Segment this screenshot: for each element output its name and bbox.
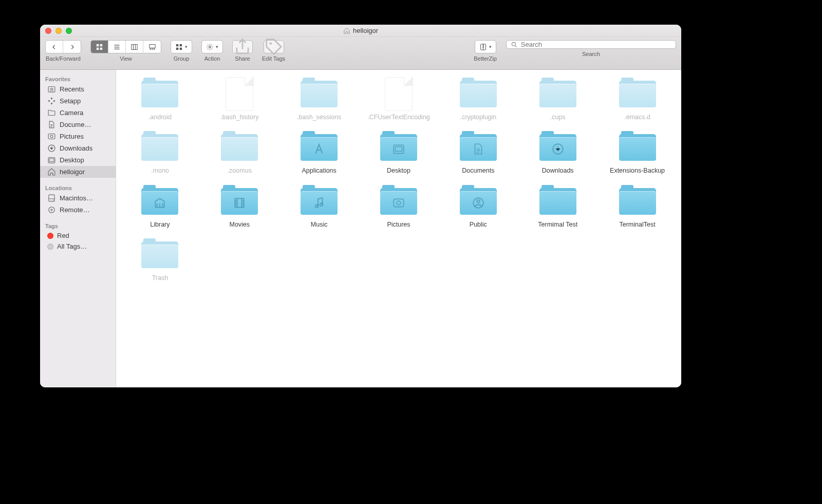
sidebar-location-macintos[interactable]: Macintos… — [40, 192, 116, 204]
disk-icon — [47, 194, 56, 202]
file-icon — [385, 77, 413, 111]
folder-icon — [221, 134, 258, 161]
file-item-label: Downloads — [542, 166, 574, 175]
file-item-label: .emacs.d — [624, 113, 650, 121]
file-item[interactable]: .mono — [121, 132, 199, 175]
file-item[interactable]: Applications — [281, 132, 358, 175]
file-item[interactable]: .zoomus — [201, 132, 278, 175]
file-item[interactable]: Public — [439, 185, 517, 229]
folder-icon — [539, 134, 576, 161]
back-button[interactable] — [46, 41, 63, 53]
file-item-label: .bash_sessions — [297, 113, 341, 121]
file-item-label: Pictures — [387, 220, 410, 229]
group-button[interactable]: ▾ — [171, 41, 192, 53]
file-item[interactable]: .bash_history — [201, 78, 278, 121]
folder-icon — [141, 134, 178, 161]
search-input[interactable] — [521, 41, 671, 48]
sidebar: Favorites RecentsSetappCameraDocume…Pict… — [40, 70, 116, 387]
file-item-label: Public — [470, 220, 487, 229]
file-item-label: .cryptoplugin — [460, 113, 496, 121]
sidebar-favorite-downloads[interactable]: Downloads — [40, 142, 116, 154]
view-columns-button[interactable] — [126, 41, 143, 53]
search-label: Search — [506, 51, 676, 57]
file-item[interactable]: Trash — [121, 239, 199, 282]
file-item[interactable]: Extensions-Backup — [599, 132, 676, 175]
file-item[interactable]: .bash_sessions — [281, 78, 358, 121]
file-item[interactable]: .cryptoplugin — [439, 78, 517, 121]
file-item-label: Trash — [152, 274, 169, 282]
file-item-label: .android — [148, 113, 172, 121]
view-label: View — [120, 55, 132, 62]
gear-icon — [206, 43, 214, 51]
sidebar-tag-red[interactable]: Red — [40, 230, 116, 241]
file-item-label: .CFUserTextEncoding — [367, 113, 430, 121]
finder-window: helloigor Back/Forward View — [40, 25, 681, 387]
folder-icon — [539, 188, 576, 215]
sidebar-favorite-camera[interactable]: Camera — [40, 107, 116, 119]
view-list-button[interactable] — [108, 41, 126, 53]
sidebar-item-label: All Tags… — [57, 242, 87, 250]
sidebar-item-label: Red — [57, 232, 69, 239]
file-item[interactable]: Downloads — [519, 132, 596, 175]
sidebar-location-remote[interactable]: Remote… — [40, 204, 116, 216]
file-item[interactable]: Music — [281, 185, 358, 229]
file-item-label: .mono — [151, 166, 169, 175]
file-item[interactable]: Movies — [201, 185, 278, 229]
folder-icon — [141, 81, 178, 107]
desktop-icon — [47, 156, 56, 164]
view-gallery-button[interactable] — [143, 41, 161, 53]
sidebar-favorite-desktop[interactable]: Desktop — [40, 154, 116, 166]
folder-icon — [301, 134, 338, 161]
view-icons-button[interactable] — [91, 41, 108, 53]
window-body: Favorites RecentsSetappCameraDocume…Pict… — [40, 70, 681, 387]
search-field[interactable] — [506, 40, 676, 49]
file-item[interactable]: Library — [121, 185, 199, 229]
file-item[interactable]: Desktop — [360, 132, 438, 175]
back-forward-label: Back/Forward — [46, 55, 81, 62]
file-item-label: Library — [150, 220, 170, 229]
sidebar-favorite-docume[interactable]: Docume… — [40, 119, 116, 130]
file-item-label: Music — [311, 220, 328, 229]
share-button[interactable] — [232, 40, 253, 53]
file-item[interactable]: Documents — [439, 132, 517, 175]
tag-dot-icon — [47, 233, 53, 239]
toolbar: Back/Forward View ▾ Group — [40, 37, 681, 70]
file-item-label: .bash_history — [220, 113, 258, 121]
folder-icon — [460, 188, 497, 215]
action-group: ▾ Action — [201, 40, 223, 62]
group-label: Group — [174, 55, 190, 62]
file-item[interactable]: .cups — [519, 78, 596, 121]
sidebar-item-label: Downloads — [60, 144, 92, 152]
folder-icon — [141, 188, 178, 215]
sidebar-favorite-recents[interactable]: Recents — [40, 83, 116, 95]
chevron-down-icon: ▾ — [489, 44, 492, 49]
window-title: helloigor — [40, 27, 681, 34]
file-item[interactable]: Termimal Test — [519, 185, 596, 229]
group-group: ▾ Group — [171, 40, 192, 62]
chevron-down-icon: ▾ — [185, 44, 188, 49]
file-item[interactable]: .android — [121, 78, 199, 121]
content-area[interactable]: .android.bash_history.bash_sessions.CFUs… — [116, 70, 681, 387]
sidebar-favorite-setapp[interactable]: Setapp — [40, 95, 116, 107]
columns-icon — [130, 43, 138, 51]
edit-tags-button[interactable] — [264, 40, 284, 53]
list-icon — [113, 43, 121, 51]
sidebar-favorite-helloigor[interactable]: helloigor — [40, 166, 116, 178]
titlebar: helloigor — [40, 25, 681, 37]
sidebar-locations-title: Locations — [40, 183, 116, 192]
back-forward-group: Back/Forward — [45, 40, 81, 62]
file-item[interactable]: TerminalTest — [599, 185, 676, 229]
file-item[interactable]: .CFUserTextEncoding — [360, 78, 438, 121]
sidebar-favorite-pictures[interactable]: Pictures — [40, 130, 116, 142]
action-button[interactable]: ▾ — [202, 41, 222, 53]
betterzip-button[interactable]: ▾ — [475, 41, 496, 53]
file-item[interactable]: .emacs.d — [599, 78, 676, 121]
folder-icon — [619, 188, 656, 215]
forward-button[interactable] — [63, 41, 81, 53]
sidebar-tag-alltags[interactable]: All Tags… — [40, 241, 116, 252]
home-icon — [47, 167, 56, 176]
sidebar-item-label: Setapp — [60, 97, 81, 105]
file-icon — [226, 77, 253, 111]
betterzip-group: ▾ BetterZip — [474, 40, 497, 62]
file-item[interactable]: Pictures — [360, 185, 438, 229]
